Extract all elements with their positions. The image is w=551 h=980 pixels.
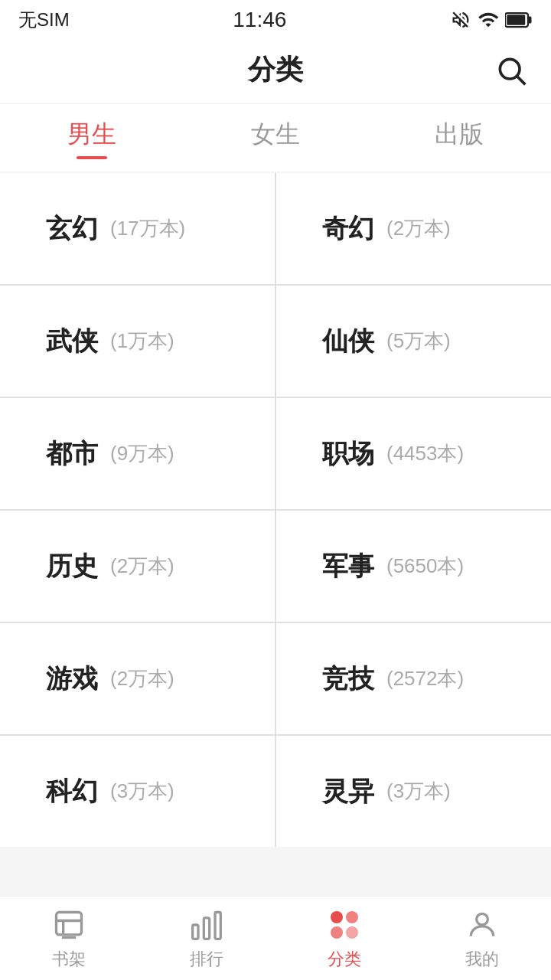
category-item-武侠[interactable]: 武侠(1万本)	[0, 286, 275, 397]
shelf-icon	[51, 906, 87, 943]
content-area: 玄幻(17万本)奇幻(2万本)武侠(1万本)仙侠(5万本)都市(9万本)职场(4…	[0, 173, 551, 931]
category-item-历史[interactable]: 历史(2万本)	[0, 511, 275, 622]
category-name: 游戏	[46, 662, 98, 697]
svg-rect-7	[204, 917, 209, 939]
mine-icon	[464, 906, 500, 943]
nav-rank-label: 排行	[190, 948, 223, 971]
category-name: 职场	[322, 436, 374, 472]
bottom-navigation: 书架 排行 分类	[0, 896, 551, 980]
category-item-都市[interactable]: 都市(9万本)	[0, 398, 275, 509]
category-name: 竞技	[322, 662, 374, 697]
status-icons	[450, 9, 533, 31]
category-name: 武侠	[46, 324, 98, 359]
category-name: 玄幻	[46, 211, 98, 247]
category-count: (2万本)	[110, 665, 174, 692]
tab-male[interactable]: 男生	[0, 118, 184, 168]
nav-shelf-label: 书架	[52, 948, 86, 971]
svg-point-11	[331, 926, 343, 939]
category-count: (1万本)	[110, 328, 174, 354]
category-item-灵异[interactable]: 灵异(3万本)	[276, 736, 551, 847]
page-title: 分类	[248, 51, 303, 89]
category-tabs: 男生 女生 出版	[0, 104, 551, 172]
tab-female-label: 女生	[251, 118, 300, 152]
category-name: 科幻	[46, 774, 98, 809]
tab-publish-label: 出版	[435, 118, 484, 152]
category-count: (2万本)	[386, 215, 451, 242]
carrier-label: 无SIM	[18, 8, 70, 32]
tab-female[interactable]: 女生	[184, 118, 367, 168]
nav-mine[interactable]: 我的	[413, 897, 551, 980]
category-name: 灵异	[322, 774, 374, 809]
tab-female-indicator	[260, 156, 291, 159]
nav-mine-label: 我的	[465, 948, 499, 971]
tab-publish-indicator	[444, 156, 474, 159]
svg-point-10	[346, 911, 358, 923]
category-count: (17万本)	[110, 215, 185, 242]
category-item-奇幻[interactable]: 奇幻(2万本)	[276, 173, 551, 284]
category-item-竞技[interactable]: 竞技(2572本)	[276, 623, 551, 734]
category-count: (2万本)	[110, 553, 174, 580]
category-item-仙侠[interactable]: 仙侠(5万本)	[276, 286, 551, 397]
rank-icon	[188, 906, 225, 943]
category-count: (5650本)	[386, 553, 464, 580]
svg-rect-2	[507, 15, 525, 25]
svg-rect-5	[57, 912, 82, 934]
svg-point-12	[346, 926, 358, 939]
category-grid: 玄幻(17万本)奇幻(2万本)武侠(1万本)仙侠(5万本)都市(9万本)职场(4…	[0, 173, 551, 847]
svg-point-13	[477, 913, 488, 925]
category-icon	[326, 906, 363, 943]
category-item-军事[interactable]: 军事(5650本)	[276, 511, 551, 622]
tab-male-label: 男生	[67, 118, 116, 152]
status-bar: 无SIM 11:46	[0, 0, 551, 37]
tab-male-indicator	[77, 156, 107, 159]
category-item-游戏[interactable]: 游戏(2万本)	[0, 623, 275, 734]
nav-category[interactable]: 分类	[276, 897, 413, 980]
svg-rect-8	[215, 912, 220, 939]
category-count: (4453本)	[386, 440, 464, 467]
time-label: 11:46	[233, 8, 286, 32]
category-count: (5万本)	[386, 328, 451, 354]
category-count: (2572本)	[386, 665, 464, 692]
svg-point-3	[500, 59, 520, 79]
tab-publish[interactable]: 出版	[367, 118, 551, 168]
category-item-玄幻[interactable]: 玄幻(17万本)	[0, 173, 275, 284]
category-name: 历史	[46, 549, 98, 584]
nav-shelf[interactable]: 书架	[0, 897, 138, 980]
mute-icon	[450, 9, 471, 31]
category-count: (9万本)	[110, 440, 174, 467]
page-header: 分类	[0, 37, 551, 104]
category-name: 奇幻	[322, 211, 374, 247]
nav-rank[interactable]: 排行	[138, 897, 276, 980]
svg-point-9	[331, 911, 343, 923]
battery-icon	[505, 9, 533, 31]
search-icon	[494, 54, 528, 87]
category-name: 军事	[322, 549, 374, 584]
category-name: 都市	[46, 436, 98, 472]
category-name: 仙侠	[322, 324, 374, 359]
search-button[interactable]	[493, 52, 530, 89]
wifi-icon	[478, 9, 499, 31]
category-item-职场[interactable]: 职场(4453本)	[276, 398, 551, 509]
nav-category-label: 分类	[328, 948, 361, 971]
category-count: (3万本)	[110, 778, 174, 805]
svg-rect-6	[193, 925, 198, 939]
svg-line-4	[517, 77, 525, 84]
category-item-科幻[interactable]: 科幻(3万本)	[0, 736, 275, 847]
category-count: (3万本)	[386, 778, 451, 805]
svg-rect-1	[528, 17, 532, 24]
